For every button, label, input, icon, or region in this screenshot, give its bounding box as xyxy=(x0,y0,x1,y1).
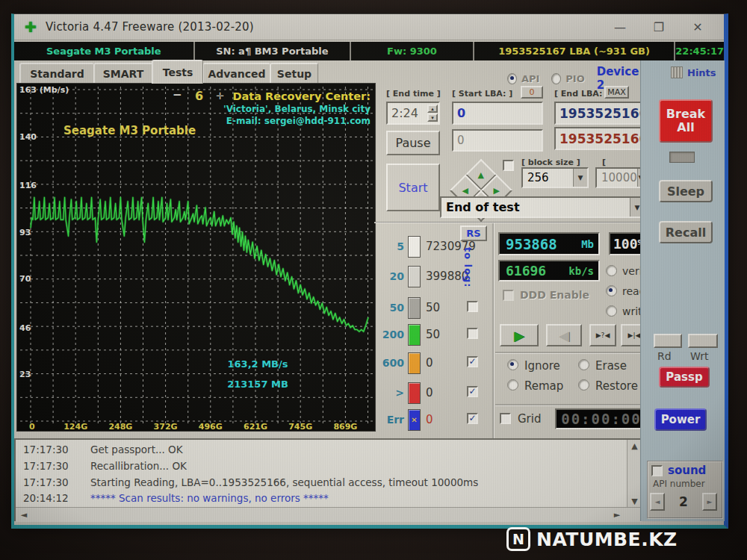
counter-row: >0 xyxy=(380,382,433,404)
speed-value: 61696 xyxy=(506,263,546,279)
spinner-left-arrow[interactable]: ◄ xyxy=(650,493,665,511)
power-button[interactable]: Power xyxy=(654,408,707,431)
counter-label: 20 xyxy=(380,270,404,282)
x-axis-tick: 621G xyxy=(244,422,267,431)
counter-label: 200 xyxy=(380,329,404,340)
close-button[interactable]: ✕ xyxy=(688,20,707,34)
scale-plus-button[interactable]: ✛ xyxy=(216,90,224,102)
log-horizontal-scrollbar[interactable]: ◄ ► xyxy=(16,507,642,522)
restore-radio[interactable] xyxy=(578,379,589,391)
rs-button[interactable]: RS xyxy=(460,225,487,241)
seek-option-checkbox[interactable] xyxy=(503,160,514,171)
log-vertical-scrollbar[interactable]: ▲ ▼ xyxy=(627,440,642,507)
app-icon: ✚ xyxy=(25,19,37,35)
end-lba-input[interactable]: 1953525166 xyxy=(554,102,645,125)
percent-value: 100 xyxy=(613,236,638,252)
y-axis-tick: 116 xyxy=(19,181,37,190)
hints-checkbox[interactable] xyxy=(671,66,683,78)
graph-title: Seagate M3 Portable xyxy=(63,124,196,137)
sleep-button[interactable]: Sleep xyxy=(659,180,713,202)
log-time: 17:17:30 xyxy=(23,444,77,459)
counter-row: 20399880 xyxy=(380,265,468,287)
verify-radio[interactable] xyxy=(606,265,617,276)
to-log-checkbox[interactable]: ✓ xyxy=(467,386,478,397)
read-radio[interactable] xyxy=(606,285,617,296)
block-time-counter-list: 57230979203998805050200506000✓>0✓Err✕0✓ xyxy=(380,231,492,437)
ddd-enable-checkbox[interactable] xyxy=(503,290,514,301)
block-size-select[interactable]: 256 ▼ xyxy=(521,167,589,188)
chevron-down-icon[interactable]: ▼ xyxy=(573,169,587,187)
speed-line-glow xyxy=(31,197,368,332)
tab-bar: Standard SMART Tests Advanced Setup API … xyxy=(14,60,639,81)
erase-radio[interactable] xyxy=(578,359,589,370)
tab-tests[interactable]: Tests xyxy=(152,60,203,84)
to-log-checkbox[interactable] xyxy=(467,328,478,339)
to-log-checkbox[interactable] xyxy=(467,301,478,312)
start-lba-zero-button[interactable]: 0 xyxy=(521,86,543,99)
counter-row: Err✕0 xyxy=(380,408,433,431)
log-time: 17:17:30 xyxy=(23,476,77,492)
tab-standard[interactable]: Standard xyxy=(19,63,94,83)
end-lba-label: [ End LBA: ] xyxy=(554,89,609,99)
spinner-right-arrow[interactable]: ► xyxy=(702,493,717,511)
log-row: 20:14:12 ***** Scan results: no warnings… xyxy=(16,492,613,508)
play-button[interactable]: ▶ xyxy=(500,324,539,346)
timeout-select[interactable]: 10000 ▼ xyxy=(595,167,645,188)
write-radio[interactable] xyxy=(606,305,617,317)
minimize-button[interactable]: — xyxy=(610,20,630,34)
wrt-indicator xyxy=(688,334,718,348)
max-button[interactable]: MAX xyxy=(604,86,629,99)
start-lba-input[interactable]: 0 xyxy=(452,102,543,125)
clock: 22:45:17 xyxy=(675,42,724,60)
timeout-value: 10000 xyxy=(601,171,637,184)
reverse-button[interactable]: ◀ xyxy=(546,324,582,346)
to-log-checkbox[interactable]: ✓ xyxy=(467,356,478,367)
passp-button[interactable]: Passp xyxy=(659,367,710,388)
tab-advanced[interactable]: Advanced xyxy=(202,63,270,83)
action-select[interactable]: End of test ▼ xyxy=(440,196,645,218)
annotation: 213157 MB xyxy=(227,379,288,390)
break-all-button[interactable]: Break All xyxy=(659,99,713,143)
left-arrow-icon: ◀ xyxy=(462,186,468,196)
seek-error-button[interactable]: ▶?◀ xyxy=(589,324,616,346)
ignore-radio[interactable] xyxy=(507,359,518,370)
pause-button[interactable]: Pause xyxy=(386,131,440,155)
counter-label: Err xyxy=(380,414,404,426)
api-number-spinner: ◄ 2 ► xyxy=(650,492,717,511)
start-lba-secondary-input[interactable]: 0 xyxy=(452,129,543,152)
end-time-label: [ End time ] xyxy=(386,89,441,99)
counter-value: 50 xyxy=(426,301,440,314)
start-button[interactable]: Start xyxy=(386,164,440,211)
grid-checkbox[interactable] xyxy=(500,413,511,424)
scroll-right-icon[interactable]: ► xyxy=(610,508,624,521)
to-log-checkbox[interactable]: ✓ xyxy=(467,413,478,424)
start-lba-label: [ Start LBA: ] xyxy=(452,89,512,99)
end-time-up-arrow[interactable]: ▴ xyxy=(427,105,438,113)
end-time-down-arrow[interactable]: ▾ xyxy=(427,113,438,122)
sound-panel: sound API number ◄ 2 ► xyxy=(647,461,723,519)
counter-color-box xyxy=(408,266,421,287)
maximize-button[interactable]: ❐ xyxy=(649,20,669,34)
tab-setup[interactable]: Setup xyxy=(270,63,318,83)
seek-error-icon: ▶?◀ xyxy=(596,332,610,339)
log-area: 17:17:30 Get passport... OK 17:17:30 Rec… xyxy=(14,438,642,521)
y-axis-tick: 163 (Mb/s) xyxy=(19,85,69,95)
counter-row: 6000 xyxy=(380,352,433,374)
end-time-spinner[interactable]: 2:24 ▴ ▾ xyxy=(386,102,440,125)
wrt-label: Wrt xyxy=(690,350,708,362)
remap-radio[interactable] xyxy=(507,379,518,391)
log-text: ***** Scan results: no warnings, no erro… xyxy=(90,492,329,508)
counter-color-box xyxy=(408,297,421,319)
sound-label: sound xyxy=(668,464,706,477)
ddd-enable-label: DDD Enable xyxy=(520,289,589,301)
recall-button[interactable]: Recall xyxy=(659,221,713,243)
counter-label: 50 xyxy=(380,302,404,314)
y-axis-tick: 140 xyxy=(19,132,37,142)
block-size-label: [ block size ] xyxy=(521,158,580,167)
scroll-left-icon[interactable]: ◄ xyxy=(17,508,31,521)
scale-minus-button[interactable]: − xyxy=(173,88,182,102)
sound-checkbox[interactable] xyxy=(651,465,663,476)
tab-smart[interactable]: SMART xyxy=(93,63,152,83)
mb-value: 953868 xyxy=(506,236,557,252)
info-line: E-mail: sergei@hdd-911.com xyxy=(226,116,371,126)
